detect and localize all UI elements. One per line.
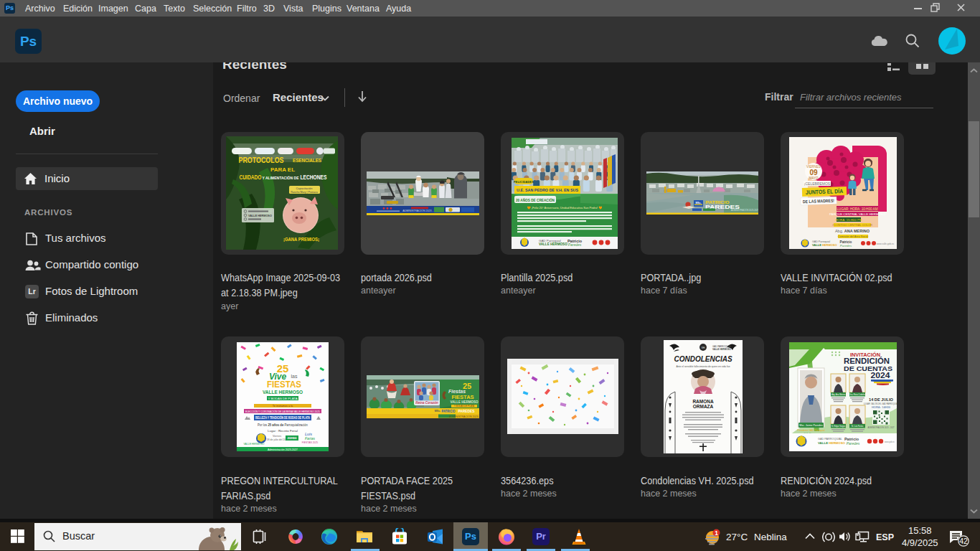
svg-text:PARQUE CENTRAL VALLE HERMOSO: PARQUE CENTRAL VALLE HERMOSO <box>829 212 886 216</box>
svg-text:¡GANA PREMIOS¡: ¡GANA PREMIOS¡ <box>283 236 319 242</box>
svg-text:JUNTOS EL DÍA: JUNTOS EL DÍA <box>806 188 843 196</box>
svg-text:Por los 25 años de Parroquial: Por los 25 años de Parroquialización <box>258 423 308 427</box>
svg-text:FIESTAS: FIESTAS <box>267 379 301 390</box>
svg-text:ADMINISTRACIÓN 2023-2027: ADMINISTRACIÓN 2023-2027 <box>731 208 758 212</box>
svg-text:1: 1 <box>715 529 718 537</box>
svg-text:VH: VH <box>702 347 705 349</box>
svg-text:Y BODAS DE PLATA: Y BODAS DE PLATA <box>268 397 297 400</box>
svg-text:2024: 2024 <box>871 372 891 380</box>
svg-text:LUGAR: SALON DEL GAD PARROQUIA: LUGAR: SALON DEL GAD PARROQUIAL <box>864 402 897 405</box>
svg-text:RAMONA: RAMONA <box>692 399 714 404</box>
svg-text:Msc. Jaime Paredes: Msc. Jaime Paredes <box>799 424 823 427</box>
svg-text:CONDOLENCIAS: CONDOLENCIAS <box>674 355 732 363</box>
svg-text:VALLE HERMOSO: VALLE HERMOSO <box>818 441 846 445</box>
svg-text:Sr. Luis Farías: Sr. Luis Farías <box>852 425 864 428</box>
svg-text:FELICIDADES: FELICIDADES <box>514 180 534 184</box>
svg-text:Comisión del Área Social: Comisión del Área Social <box>838 235 869 238</box>
svg-text:MSc.: MSc. <box>696 202 702 204</box>
svg-text:Ante el sensible fallecimiento: Ante el sensible fallecimiento de quien … <box>676 365 730 368</box>
svg-text:VALLE HERMOSO: VALLE HERMOSO <box>263 390 303 395</box>
svg-text:ORMAZA: ORMAZA <box>693 404 714 409</box>
svg-text:VALLE HERMOSO: VALLE HERMOSO <box>451 400 479 404</box>
svg-text:HORA: 15:H00 PM: HORA: 15:H00 PM <box>835 218 862 222</box>
svg-text:Administración 2023-2027: Administración 2023-2027 <box>268 448 298 451</box>
svg-text:VALLE HERMOSO: VALLE HERMOSO <box>539 242 567 246</box>
svg-text:Farias: Farias <box>305 436 315 441</box>
svg-text:VALLE HERMOSO: VALLE HERMOSO <box>712 348 732 351</box>
svg-text:🧡 ¡Feliz 20° Aniversario, Uni: 🧡 ¡Feliz 20° Aniversario, Unidad Educati… <box>527 206 603 209</box>
svg-text:PROTOCOLOS: PROTOCOLOS <box>239 156 284 164</box>
svg-text:las: las <box>291 374 298 379</box>
svg-text:U.E. SAN PEDRO DE V.H. EN SUS: U.E. SAN PEDRO DE V.H. EN SUS <box>517 188 578 192</box>
svg-text:20H00: 20H00 <box>288 436 297 440</box>
svg-text:14 DE JULIO: 14 DE JULIO <box>869 397 893 402</box>
svg-text:Paredes: Paredes <box>840 244 852 248</box>
svg-text:Y BODAS DE PLATA: Y BODAS DE PLATA <box>454 405 474 408</box>
svg-text:HORA: 14H30: HORA: 14H30 <box>872 405 891 409</box>
svg-text:Abg. ANA MERINO: Abg. ANA MERINO <box>835 229 870 233</box>
svg-text:Presidente GAD Parroquial: Presidente GAD Parroquial <box>797 429 825 432</box>
svg-text:ADMINISTRACIÓN 2023 - 2027: ADMINISTRACIÓN 2023 - 2027 <box>402 209 439 212</box>
svg-text:18 de julio del 2025: 18 de julio del 2025 <box>266 438 288 441</box>
svg-text:Reina Corazón: Reina Corazón <box>415 401 438 405</box>
svg-text:¡CELEBREMOS: ¡CELEBREMOS <box>804 182 831 186</box>
svg-text:MSc.: MSc. <box>435 410 440 413</box>
svg-text:GAD PARROQUIAL: GAD PARROQUIAL <box>818 438 842 441</box>
svg-text:LECHONES: LECHONES <box>301 174 327 181</box>
svg-text:MAYO: MAYO <box>809 176 819 180</box>
svg-text:www.valle.gob.ec: www.valle.gob.ec <box>877 242 895 245</box>
svg-text:FIESTAS: FIESTAS <box>451 394 473 400</box>
svg-text:PARA EL: PARA EL <box>270 166 295 173</box>
svg-text:ADMINISTRACIÓN 2023-2027: ADMINISTRACIÓN 2023-2027 <box>449 415 479 418</box>
svg-text:09: 09 <box>809 169 818 176</box>
svg-text:Abg. Ana Merino: Abg. Ana Merino <box>831 393 846 396</box>
svg-text:LUGAR: HORA: 10:H00 AM: LUGAR: HORA: 10:H00 AM <box>837 207 878 211</box>
svg-text:BELLEZA Y TRADICIÓN DE BODAS D: BELLEZA Y TRADICIÓN DE BODAS DE PLATA <box>255 415 311 420</box>
svg-text:PAREDES: PAREDES <box>458 409 475 413</box>
svg-text:RENDICIÓN: RENDICIÓN <box>844 357 890 365</box>
svg-text:Paredes: Paredes <box>568 242 582 247</box>
svg-text:Y ALIMENTACIÓN DE: Y ALIMENTACIÓN DE <box>263 175 300 180</box>
svg-text:Lugar : Recinto Ferial: Lugar : Recinto Ferial <box>268 429 298 433</box>
svg-text:DE CUENTAS: DE CUENTAS <box>844 365 892 372</box>
svg-text:PATRICIO: PATRICIO <box>442 410 456 413</box>
svg-text:VALLE HERMOSO: VALLE HERMOSO <box>248 215 272 217</box>
svg-text:Sra. Rosa Cedeño: Sra. Rosa Cedeño <box>849 393 865 396</box>
svg-text:Paredes: Paredes <box>847 441 860 446</box>
svg-text:FIESTAS 2025: FIESTAS 2025 <box>302 441 318 444</box>
svg-text:Capacitación: Capacitación <box>296 187 312 190</box>
svg-text:42: 42 <box>959 537 968 545</box>
svg-text:#CONTIGO CENTRAL COLOR: #CONTIGO CENTRAL COLOR <box>832 223 872 227</box>
svg-text:Fiestas: Fiestas <box>448 389 466 394</box>
svg-text:VALLE HERMOSO: VALLE HERMOSO <box>812 243 837 247</box>
svg-text:Rancho Mary | Pronaca: Rancho Mary | Pronaca <box>291 191 318 194</box>
svg-text:20 AÑOS DE CREACIÓN: 20 AÑOS DE CREACIÓN <box>516 197 555 202</box>
svg-text:CUIDADO: CUIDADO <box>240 174 262 181</box>
svg-text:ESENCIALES: ESENCIALES <box>293 158 321 163</box>
svg-text:Sr. Edgar Vargas: Sr. Edgar Vargas <box>831 425 846 428</box>
svg-text:ELECCIÓN Y CORONACIÓN DE LA RE: ELECCIÓN Y CORONACIÓN DE LA REINA VALLE … <box>245 410 321 413</box>
svg-text:VALLE HERMOSO: VALLE HERMOSO <box>244 443 265 446</box>
svg-text:www.gob.ec: www.gob.ec <box>885 441 895 443</box>
svg-text:Viernes: Viernes <box>273 435 281 438</box>
svg-text:Te invitamos a la: Te invitamos a la <box>273 405 293 408</box>
